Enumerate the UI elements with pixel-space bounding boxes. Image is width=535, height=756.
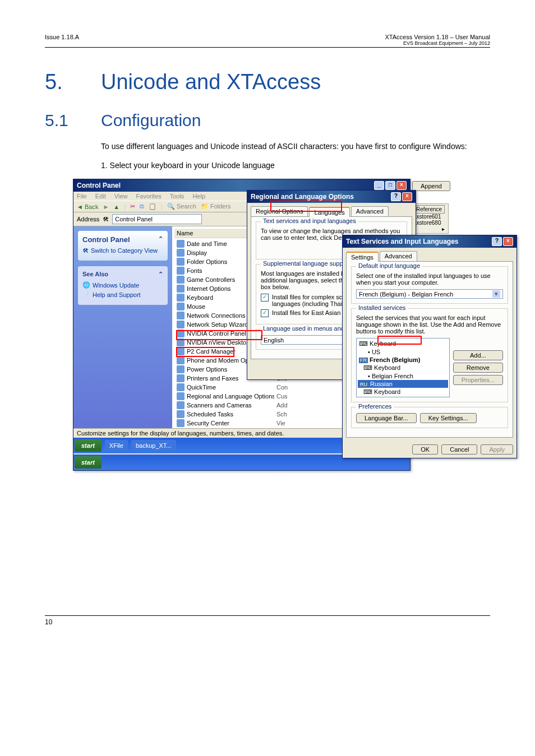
group-legend: Installed services <box>356 304 408 311</box>
close-button[interactable]: × <box>503 237 513 246</box>
item-icon <box>177 401 185 409</box>
section-heading: 5.1Configuration <box>45 111 490 130</box>
copy-icon[interactable]: ⧉ <box>140 203 144 210</box>
start-button[interactable]: start <box>75 439 102 452</box>
item-icon <box>177 330 185 337</box>
item-name: Security Center <box>187 420 274 426</box>
back-button[interactable]: ◄ Back <box>77 203 98 210</box>
group-legend: Text services and input languages <box>261 217 358 224</box>
switch-category-link[interactable]: 🛠Switch to Category View <box>82 247 163 254</box>
item-comment: Vie <box>276 420 285 426</box>
group-legend: Supplemental language support <box>261 260 352 267</box>
address-icon: 🛠 <box>103 216 109 222</box>
up-button[interactable]: ▲ <box>113 203 119 210</box>
tab-advanced[interactable]: Advanced <box>380 251 417 261</box>
item-icon <box>177 285 185 293</box>
services-listbox[interactable]: ⌨ Keyboard • US FR French (Belgium) ⌨ Ke… <box>356 338 450 397</box>
tab-languages[interactable]: Languages <box>309 207 349 217</box>
cp-sidebar: Control Panel⌃ 🛠Switch to Category View … <box>73 226 172 428</box>
windows-update-link[interactable]: 🌐Windows Update <box>82 281 163 289</box>
header-right-top: XTAccess Version 1.18 – User Manual <box>385 34 491 40</box>
item-icon <box>177 249 185 257</box>
minimize-button[interactable]: _ <box>374 181 384 190</box>
preferences-group: Preferences Language Bar... Key Settings… <box>351 407 508 428</box>
tsil-titlebar[interactable]: Text Services and Input Languages ? × <box>343 235 516 248</box>
reference-label: Reference <box>413 205 445 214</box>
switch-icon: 🛠 <box>82 247 89 254</box>
help-button[interactable]: ? <box>492 237 502 246</box>
remove-button[interactable]: Remove <box>453 363 503 373</box>
item-icon <box>177 347 185 355</box>
forward-button[interactable]: ► <box>103 203 109 210</box>
menu-view[interactable]: View <box>114 193 128 200</box>
folders-button[interactable]: 📁 Folders <box>201 203 231 210</box>
menu-file[interactable]: File <box>77 193 87 200</box>
item-icon <box>177 258 185 266</box>
item-icon <box>177 312 185 319</box>
tab-regional-options[interactable]: Regional Options <box>251 206 308 216</box>
help-button[interactable]: ? <box>391 192 401 201</box>
menu-edit[interactable]: Edit <box>95 193 106 200</box>
close-button[interactable]: × <box>402 192 412 201</box>
screenshot-composite: Control Panel _ □ × File Edit View Favor… <box>73 179 510 414</box>
help-icon: ❔ <box>82 291 90 298</box>
tsil-title: Text Services and Input Languages <box>346 238 459 245</box>
group-legend: Default input language <box>356 262 422 269</box>
item-comment: Add <box>276 402 288 409</box>
page-number: 10 <box>45 618 52 626</box>
language-bar-button[interactable]: Language Bar... <box>356 413 417 423</box>
rlo-titlebar[interactable]: Regional and Language Options ? × <box>247 191 416 203</box>
paste-icon[interactable]: 📋 <box>149 203 156 210</box>
sidebar-title: Control Panel <box>82 235 130 244</box>
tab-settings[interactable]: Settings <box>346 252 379 262</box>
close-button[interactable]: × <box>396 181 407 190</box>
globe-icon: 🌐 <box>82 281 90 289</box>
tab-advanced[interactable]: Advanced <box>351 206 389 216</box>
item-icon <box>177 410 185 418</box>
text-services-dialog: Text Services and Input Languages ? × Se… <box>342 235 517 458</box>
key-settings-button[interactable]: Key Settings... <box>420 413 477 423</box>
cancel-button[interactable]: Cancel <box>441 444 477 454</box>
menu-help[interactable]: Help <box>192 193 205 200</box>
intro-paragraph: To use different languages and Unicode i… <box>101 141 490 152</box>
item-name: Scanners and Cameras <box>187 402 274 409</box>
start-button[interactable]: start <box>75 456 102 469</box>
collapse-icon[interactable]: ⌃ <box>158 235 163 244</box>
page-header: Issue 1.18.A XTAccess Version 1.18 – Use… <box>45 34 490 48</box>
append-button[interactable]: Append <box>412 181 450 191</box>
item-icon <box>177 374 185 382</box>
tsil-tabs: Settings Advanced <box>346 251 513 261</box>
maximize-button[interactable]: □ <box>385 181 395 190</box>
item-name: Regional and Language Options <box>187 393 274 400</box>
item-icon <box>177 383 185 391</box>
task-item[interactable]: XFile <box>105 440 128 451</box>
apply-button[interactable]: Apply <box>481 444 513 454</box>
search-button[interactable]: 🔍 Search <box>167 203 196 210</box>
item-icon <box>177 338 185 346</box>
cut-icon[interactable]: ✂ <box>130 203 135 210</box>
help-support-link[interactable]: ❔Help and Support <box>82 291 163 298</box>
properties-button[interactable]: Properties... <box>453 375 503 385</box>
item-icon <box>177 365 185 373</box>
item-icon <box>177 276 185 284</box>
add-button[interactable]: Add... <box>453 350 503 360</box>
reference-path: \\xstore601 <box>413 214 445 220</box>
address-input[interactable] <box>112 214 202 224</box>
page-footer: 10 <box>45 615 490 626</box>
item-name: Scheduled Tasks <box>187 411 274 418</box>
item-icon <box>177 294 185 302</box>
collapse-icon[interactable]: ⌃ <box>158 271 163 278</box>
menu-favorites[interactable]: Favorites <box>136 193 162 200</box>
reference-path: \\xstore680 <box>413 220 445 226</box>
task-item[interactable]: backup_XT... <box>131 440 176 451</box>
rlo-tabs: Regional Options Languages Advanced <box>251 206 412 216</box>
default-input-select[interactable]: French (Belgium) - Belgian French▾ <box>356 289 503 299</box>
group-legend: Preferences <box>356 403 394 410</box>
menu-tools[interactable]: Tools <box>170 193 185 200</box>
installed-services-group: Installed services Select the services t… <box>351 308 508 402</box>
item-name: QuickTime <box>187 384 274 391</box>
item-comment: Cus <box>276 393 288 400</box>
item-icon <box>177 392 185 400</box>
see-also-label: See Also <box>82 271 108 278</box>
ok-button[interactable]: OK <box>412 444 438 454</box>
